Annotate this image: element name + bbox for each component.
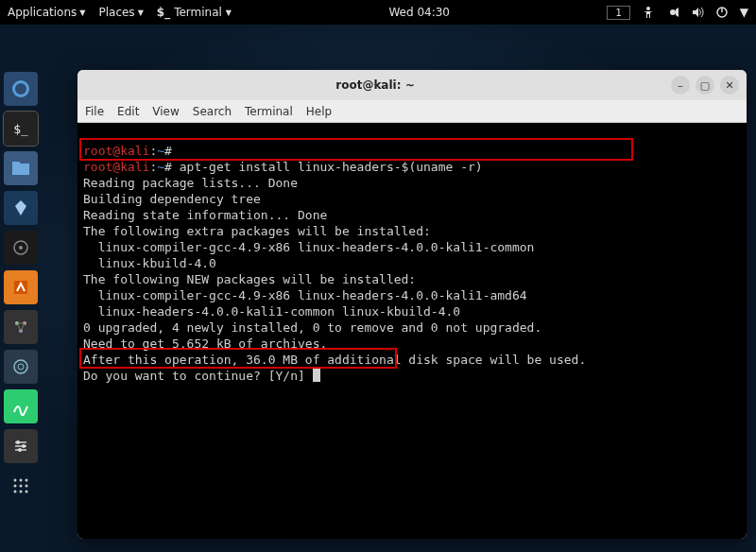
output-line: linux-compiler-gcc-4.9-x86 linux-headers… xyxy=(83,240,534,254)
launcher-terminal[interactable]: $_ xyxy=(4,112,38,146)
terminal-indicator-label: Terminal xyxy=(174,6,222,19)
top-panel: Applications ▼ Places ▼ $_ Terminal ▼ We… xyxy=(0,0,756,25)
launcher-burpsuite[interactable] xyxy=(4,270,38,304)
prompt-path: ~ xyxy=(157,160,164,174)
output-line: Do you want to continue? [Y/n] xyxy=(83,369,313,383)
menu-file[interactable]: File xyxy=(85,105,104,118)
output-line: Building dependency tree xyxy=(83,192,261,206)
launcher-iceweasel[interactable] xyxy=(4,72,38,106)
places-menu[interactable]: Places ▼ xyxy=(98,6,143,19)
output-line: After this operation, 36.0 MB of additio… xyxy=(83,353,586,367)
accessibility-icon[interactable] xyxy=(642,6,655,19)
svg-point-0 xyxy=(646,7,650,10)
svg-point-13 xyxy=(18,364,24,370)
maximize-button[interactable]: ▢ xyxy=(696,76,714,95)
output-line: The following NEW packages will be insta… xyxy=(83,272,416,286)
svg-point-5 xyxy=(15,83,26,95)
prompt-path: ~ xyxy=(157,144,164,158)
output-line: linux-compiler-gcc-4.9-x86 linux-headers… xyxy=(83,288,527,302)
output-line: Reading state information... Done xyxy=(83,208,327,222)
prompt-host: kali xyxy=(120,144,149,158)
svg-point-22 xyxy=(26,479,28,482)
menu-help[interactable]: Help xyxy=(306,105,332,118)
minimize-button[interactable]: – xyxy=(671,76,690,95)
svg-point-27 xyxy=(20,491,23,493)
output-line: 0 upgraded, 4 newly installed, 0 to remo… xyxy=(83,320,541,335)
launcher-apps-grid[interactable] xyxy=(4,469,38,503)
output-line: The following extra packages will be ins… xyxy=(83,224,431,238)
launcher-tweak[interactable] xyxy=(4,429,38,463)
record-icon[interactable] xyxy=(666,6,679,19)
chevron-down-icon: ▼ xyxy=(138,9,144,17)
menu-edit[interactable]: Edit xyxy=(117,105,139,118)
svg-point-21 xyxy=(20,479,23,482)
svg-point-23 xyxy=(14,485,17,488)
chevron-down-icon: ▼ xyxy=(79,9,85,17)
output-line: linux-headers-4.0.0-kali1-common linux-k… xyxy=(83,304,460,319)
launcher-files[interactable] xyxy=(4,151,38,185)
svg-point-18 xyxy=(22,444,26,448)
svg-point-24 xyxy=(20,485,23,488)
menu-view[interactable]: View xyxy=(152,105,179,118)
terminal-icon: $_ xyxy=(13,122,28,136)
svg-point-19 xyxy=(18,448,22,452)
prompt-user: root xyxy=(83,144,112,158)
prompt-user: root xyxy=(83,160,112,174)
workspace-indicator[interactable]: 1 xyxy=(607,6,629,20)
launcher-maltego[interactable] xyxy=(4,310,38,344)
svg-point-17 xyxy=(16,440,20,444)
svg-point-20 xyxy=(14,479,17,482)
prompt-hash: # xyxy=(164,144,172,158)
dock: $_ xyxy=(0,66,42,509)
launcher-wireshark[interactable] xyxy=(4,389,38,423)
power-icon[interactable] xyxy=(715,6,729,19)
prompt-hash: # xyxy=(164,160,172,174)
chevron-down-icon: ▼ xyxy=(226,9,232,17)
terminal-window: root@kali: ~ – ▢ ✕ File Edit View Search… xyxy=(77,70,747,539)
places-label: Places xyxy=(98,6,134,19)
command-line-1: apt-get install linux-headers-$(uname -r… xyxy=(172,160,483,174)
clock[interactable]: Wed 04:30 xyxy=(388,6,450,19)
volume-icon[interactable] xyxy=(691,6,704,19)
output-line: Need to get 5,652 kB of archives. xyxy=(83,336,327,351)
output-line: Reading package lists... Done xyxy=(83,176,298,190)
terminal-indicator[interactable]: $_ Terminal ▼ xyxy=(157,6,232,19)
cursor xyxy=(313,369,320,382)
applications-label: Applications xyxy=(8,6,77,19)
close-button[interactable]: ✕ xyxy=(720,76,739,95)
svg-point-12 xyxy=(14,360,27,373)
window-title: root@kali: ~ xyxy=(85,78,665,92)
menu-search[interactable]: Search xyxy=(193,105,232,118)
svg-point-7 xyxy=(19,246,23,250)
svg-point-25 xyxy=(26,485,28,488)
prompt-at: @ xyxy=(112,144,120,158)
menu-terminal[interactable]: Terminal xyxy=(245,105,293,118)
svg-point-28 xyxy=(26,491,28,493)
applications-menu[interactable]: Applications ▼ xyxy=(8,6,85,19)
output-line: linux-kbuild-4.0 xyxy=(83,256,216,270)
terminal-icon: $_ xyxy=(157,6,170,19)
svg-point-1 xyxy=(670,9,676,15)
launcher-zenmap[interactable] xyxy=(4,350,38,384)
launcher-armitage[interactable] xyxy=(4,231,38,265)
chevron-down-icon[interactable]: ▼ xyxy=(740,6,748,19)
system-tray: 1 ▼ xyxy=(607,6,748,20)
launcher-metasploit[interactable] xyxy=(4,191,38,225)
prompt-at: @ xyxy=(112,160,120,174)
svg-point-26 xyxy=(14,491,17,493)
menubar: File Edit View Search Terminal Help xyxy=(77,100,747,123)
titlebar[interactable]: root@kali: ~ – ▢ ✕ xyxy=(77,70,747,100)
terminal-body[interactable]: root@kali:~# root@kali:~# apt-get instal… xyxy=(77,123,747,539)
prompt-host: kali xyxy=(120,160,149,174)
